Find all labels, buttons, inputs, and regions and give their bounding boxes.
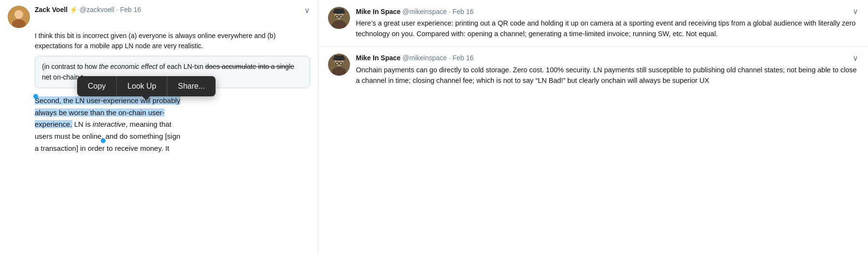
selection-handle-bottom: [101, 138, 106, 143]
tweet1-handle: @mikeinspace: [403, 8, 447, 15]
lookup-menu-item[interactable]: Look Up: [117, 76, 167, 96]
normal-text-3b: , meaning that: [125, 120, 171, 128]
user-handle: @zackvoell: [80, 6, 114, 13]
tweet-date: Feb 16: [120, 6, 141, 13]
context-menu: Copy Look Up Share...: [77, 76, 216, 96]
tweet-item-2: Mike In Space @mikeinspace · Feb 16 ∨ On…: [318, 47, 868, 93]
svg-rect-8: [334, 9, 344, 13]
highlighted-text-3: experience.: [35, 120, 72, 128]
tweet-meta-2: Mike In Space @mikeinspace · Feb 16 ∨: [356, 53, 858, 63]
text-line-5: a transaction] in order to receive money…: [35, 143, 310, 155]
tweet-header: Zack Voell ⚡ @zackvoell · Feb 16 ∨: [8, 6, 310, 28]
selected-line-2: always be worse than the on-chain user-: [35, 107, 310, 119]
tweet-content-1: Mike In Space @mikeinspace · Feb 16 ∨ He…: [356, 7, 858, 40]
tweet2-date: Feb 16: [453, 54, 474, 62]
selection-handle-top: [33, 94, 38, 99]
tweet-item-1: Mike In Space @mikeinspace · Feb 16 ∨ He…: [318, 0, 868, 47]
chevron-down-icon-1[interactable]: ∨: [853, 7, 858, 16]
chevron-down-icon[interactable]: ∨: [304, 6, 310, 15]
right-panel: Mike In Space @mikeinspace · Feb 16 ∨ He…: [318, 0, 868, 253]
avatar-mike-2: [328, 53, 350, 76]
tweet2-handle: @mikeinspace: [403, 54, 447, 62]
avatar-mike-1: [328, 7, 350, 29]
svg-rect-16: [334, 55, 344, 60]
avatar: [8, 6, 30, 28]
share-menu-item[interactable]: Share...: [167, 76, 216, 96]
tweet1-username: Mike In Space: [356, 8, 401, 15]
copy-menu-item[interactable]: Copy: [77, 76, 117, 96]
tweet1-date: Feb 16: [453, 8, 474, 15]
text-line-4: users must be online, and do something […: [35, 131, 310, 143]
left-tweet-panel: Zack Voell ⚡ @zackvoell · Feb 16 ∨ I thi…: [0, 0, 318, 253]
chevron-down-icon-2[interactable]: ∨: [853, 53, 858, 63]
selected-line-1: Second, the LN user-experience will prob…: [35, 95, 310, 107]
highlighted-text-1: Second, the LN user-experience will prob…: [35, 96, 180, 105]
normal-text-3: LN is: [72, 120, 93, 128]
italic-text-3: interactive: [93, 120, 125, 128]
tweet-meta-1: Mike In Space @mikeinspace · Feb 16 ∨: [356, 7, 858, 16]
tweet2-username: Mike In Space: [356, 54, 401, 62]
user-info: Zack Voell ⚡ @zackvoell · Feb 16: [35, 6, 304, 13]
tweet1-text: Here’s a great user experience: printing…: [356, 18, 858, 40]
svg-point-3: [14, 10, 23, 19]
lightning-icon: ⚡: [69, 6, 78, 13]
selected-text-area: Second, the LN user-experience will prob…: [35, 93, 310, 157]
selected-line-3: experience. LN is interactive, meaning t…: [35, 119, 310, 131]
tweet-content-2: Mike In Space @mikeinspace · Feb 16 ∨ On…: [356, 53, 858, 86]
dot-separator: ·: [116, 6, 118, 13]
tweet-body-text: I think this bit is incorrect given (a) …: [8, 31, 310, 51]
user-name: Zack Voell: [35, 6, 68, 13]
tweet2-text: Onchain payments can go directly to cold…: [356, 65, 858, 86]
highlighted-text-2: always be worse than the on-chain user-: [35, 108, 164, 117]
